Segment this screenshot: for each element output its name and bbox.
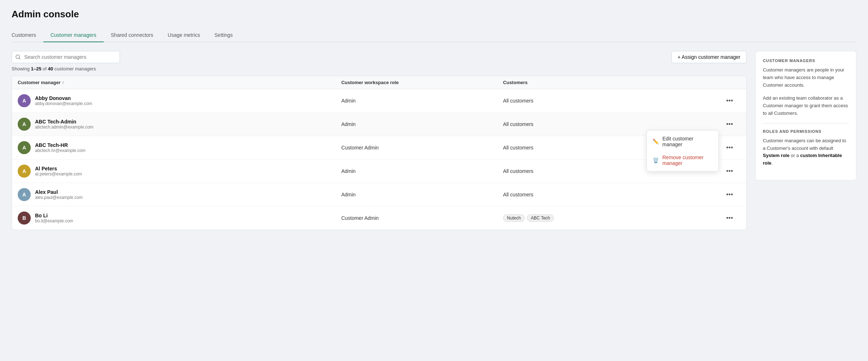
manager-info: ABC Tech-Admin abctech.admin@example.com: [35, 119, 94, 130]
row-actions-button[interactable]: •••: [723, 119, 736, 129]
sidebar-text-1: Customer managers are people in your tea…: [763, 66, 849, 89]
row-actions-button[interactable]: •••: [723, 213, 736, 223]
sort-icon[interactable]: ↑: [62, 80, 64, 85]
customers-text: All customers: [503, 192, 533, 197]
manager-name: Bo Li: [35, 213, 73, 218]
sidebar-section-title-1: CUSTOMER MANAGERS: [763, 58, 849, 63]
tab-usage-metrics[interactable]: Usage metrics: [160, 29, 207, 42]
actions-cell: •••: [719, 213, 740, 223]
manager-info: ABC Tech-HR abctech.hr@example.com: [35, 142, 86, 153]
manager-name: Abby Donovan: [35, 95, 92, 101]
manager-name: Alex Paul: [35, 189, 83, 195]
actions-cell: •••: [719, 143, 740, 152]
row-actions-button[interactable]: •••: [723, 166, 736, 176]
showing-range: 1–25: [31, 66, 41, 71]
role-cell: Admin: [341, 121, 503, 127]
manager-email: abby.donovan@example.com: [35, 101, 92, 106]
manager-info: Bo Li bo.li@example.com: [35, 213, 73, 223]
search-wrapper: [12, 51, 120, 63]
manager-cell: A Alex Paul alex.paul@example.com: [18, 188, 341, 201]
manager-cell: A ABC Tech-Admin abctech.admin@example.c…: [18, 118, 341, 131]
showing-text: Showing 1–25 of 40 customer managers: [12, 66, 747, 71]
row-actions-button[interactable]: •••: [723, 96, 736, 105]
row-actions-button[interactable]: •••: [723, 190, 736, 199]
customers-text: All customers: [503, 121, 533, 127]
remove-customer-manager-item[interactable]: 🗑️ Remove customer manager: [647, 151, 718, 170]
table-row: A ABC Tech-HR abctech.hr@example.com Cus…: [12, 136, 746, 160]
col-label-customers: Customers: [503, 80, 528, 85]
main-layout: + Assign customer manager Showing 1–25 o…: [12, 51, 856, 230]
manager-info: Alex Paul alex.paul@example.com: [35, 189, 83, 200]
actions-cell: •••: [719, 96, 740, 105]
customers-cell: All customers: [503, 192, 719, 197]
tab-customer-managers[interactable]: Customer managers: [43, 29, 104, 42]
role-cell: Admin: [341, 168, 503, 174]
tab-shared-connectors[interactable]: Shared connectors: [104, 29, 161, 42]
customers-cell: All customers: [503, 121, 719, 127]
manager-email: al.peters@example.com: [35, 171, 82, 177]
tab-customers[interactable]: Customers: [12, 29, 43, 42]
nav-tabs: Customers Customer managers Shared conne…: [12, 29, 856, 42]
manager-cell: A ABC Tech-HR abctech.hr@example.com: [18, 141, 341, 154]
table-row: A Alex Paul alex.paul@example.com Admin …: [12, 183, 746, 206]
manager-email: bo.li@example.com: [35, 218, 73, 223]
avatar: B: [18, 212, 31, 225]
role-cell: Customer Admin: [341, 215, 503, 221]
manager-info: Al Peters al.peters@example.com: [35, 166, 82, 177]
table-row: A Al Peters al.peters@example.com Admin …: [12, 160, 746, 183]
search-icon: [15, 54, 21, 60]
edit-customer-manager-item[interactable]: ✏️ Edit customer manager: [647, 132, 718, 151]
avatar: A: [18, 94, 31, 107]
customers-text: All customers: [503, 168, 533, 174]
table-row: A ABC Tech-Admin abctech.admin@example.c…: [12, 113, 746, 136]
toolbar: + Assign customer manager: [12, 51, 747, 63]
managers-table: Customer manager ↑ Customer workspace ro…: [12, 76, 747, 230]
assign-customer-manager-button[interactable]: + Assign customer manager: [671, 51, 747, 63]
manager-info: Abby Donovan abby.donovan@example.com: [35, 95, 92, 106]
col-label-manager: Customer manager: [18, 80, 60, 85]
row-actions-button[interactable]: •••: [723, 143, 736, 152]
actions-cell: •••: [719, 190, 740, 199]
manager-cell: A Abby Donovan abby.donovan@example.com: [18, 94, 341, 107]
actions-cell: ••• ✏️ Edit customer manager 🗑️ Remove c…: [719, 119, 740, 129]
customers-text: All customers: [503, 145, 533, 151]
sidebar-text-3: Customer managers can be assigned to a C…: [763, 137, 849, 167]
role-cell: Admin: [341, 192, 503, 197]
page-title: Admin console: [12, 9, 856, 20]
role-cell: Customer Admin: [341, 145, 503, 151]
col-header-actions: [719, 80, 740, 85]
manager-email: abctech.admin@example.com: [35, 125, 94, 130]
avatar: A: [18, 118, 31, 131]
edit-icon: ✏️: [653, 139, 659, 144]
manager-name: ABC Tech-Admin: [35, 119, 94, 125]
avatar: A: [18, 141, 31, 154]
search-input[interactable]: [12, 51, 120, 63]
manager-cell: B Bo Li bo.li@example.com: [18, 212, 341, 225]
manager-email: alex.paul@example.com: [35, 195, 83, 200]
manager-cell: A Al Peters al.peters@example.com: [18, 165, 341, 178]
content-area: + Assign customer manager Showing 1–25 o…: [12, 51, 747, 230]
table-row: B Bo Li bo.li@example.com Customer Admin…: [12, 206, 746, 230]
row-actions-dropdown: ✏️ Edit customer manager 🗑️ Remove custo…: [646, 130, 719, 171]
tab-settings[interactable]: Settings: [207, 29, 240, 42]
col-label-role: Customer workspace role: [341, 80, 399, 85]
sidebar-section-title-2: ROLES AND PERMISSIONS: [763, 129, 849, 134]
customer-tag: Nutech: [503, 214, 525, 222]
sidebar-divider: [763, 123, 849, 123]
col-header-customers: Customers: [503, 80, 719, 85]
edit-label: Edit customer manager: [662, 136, 713, 147]
sidebar-text-2: Add an existing team collaborator as a C…: [763, 95, 849, 117]
customers-cell: Nutech ABC Tech: [503, 214, 719, 222]
manager-name: Al Peters: [35, 166, 82, 171]
avatar: A: [18, 165, 31, 178]
customer-tag: ABC Tech: [527, 214, 554, 222]
customers-text: All customers: [503, 98, 533, 104]
actions-cell: •••: [719, 166, 740, 176]
svg-line-1: [19, 58, 21, 60]
table-row: A Abby Donovan abby.donovan@example.com …: [12, 89, 746, 113]
col-header-manager: Customer manager ↑: [18, 80, 341, 85]
customers-cell: All customers: [503, 98, 719, 104]
col-header-role: Customer workspace role: [341, 80, 503, 85]
trash-icon: 🗑️: [653, 157, 659, 163]
avatar: A: [18, 188, 31, 201]
